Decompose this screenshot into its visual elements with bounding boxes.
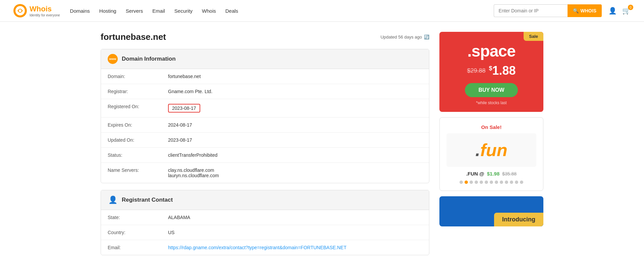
whois-search-button[interactable]: 🔍 WHOIS (568, 4, 602, 17)
while-stocks-text: *while stocks last (446, 100, 537, 105)
nav-whois[interactable]: Whois (202, 8, 216, 14)
user-icon[interactable]: 👤 (608, 7, 617, 15)
carousel-dot[interactable] (480, 181, 483, 184)
field-label: Domain: (108, 74, 168, 79)
sale-tag: Sale (524, 32, 543, 41)
field-value-expires-on: 2024-08-17 (168, 122, 192, 128)
table-row: Updated On: 2023-08-17 (101, 133, 429, 148)
field-label: Name Servers: (108, 167, 168, 178)
buy-now-button[interactable]: BUY NOW (465, 83, 518, 97)
main-content: fortunebase.net Updated 56 days ago 🔄 ww… (87, 22, 557, 272)
field-value-updated-on: 2023-08-17 (168, 137, 192, 143)
nav-domains[interactable]: Domains (70, 8, 90, 14)
registrant-contact-header: 👤 Registrant Contact (101, 190, 429, 210)
space-ad: Sale .space $29.88 $1.88 BUY NOW *while … (439, 32, 543, 112)
carousel-dot[interactable] (475, 181, 478, 184)
field-label: Email: (108, 245, 168, 250)
registered-on-highlight: 2023-08-17 (168, 104, 200, 113)
field-value-nameservers: clay.ns.cloudflare.comlauryn.ns.cloudfla… (168, 167, 219, 178)
fun-dot: . (475, 140, 480, 160)
table-row: Email: https://rdap.gname.com/extra/cont… (101, 240, 429, 255)
carousel-dot[interactable] (460, 181, 463, 184)
cart-icon[interactable]: 🛒 0 (622, 7, 631, 15)
fun-new-price: $1.98 (487, 171, 500, 177)
field-value-registered-on: 2023-08-17 (168, 104, 200, 113)
svg-point-2 (19, 9, 21, 12)
field-value-status: clientTransferProhibited (168, 152, 217, 158)
logo-tagline-text: Identity for everyone (30, 13, 60, 17)
updated-text: Updated 56 days ago (380, 34, 422, 40)
domain-info-title: Domain Information (122, 56, 176, 62)
left-column: fortunebase.net Updated 56 days ago 🔄 ww… (101, 32, 429, 262)
logo-brand-text: Whois (30, 5, 60, 13)
nav-deals[interactable]: Deals (225, 8, 238, 14)
old-price: $29.88 (467, 67, 485, 74)
field-label: Country: (108, 230, 168, 235)
search-input[interactable] (494, 4, 568, 17)
price-row: $29.88 $1.88 (446, 64, 537, 78)
nav-email[interactable]: Email (152, 8, 165, 14)
table-row: Registrar: Gname.com Pte. Ltd. (101, 84, 429, 99)
carousel-dot[interactable] (465, 181, 468, 184)
field-label: Registrar: (108, 89, 168, 94)
nav-hosting[interactable]: Hosting (99, 8, 116, 14)
introducing-banner[interactable]: Introducing (439, 196, 543, 226)
fun-old-price: $35.88 (502, 171, 517, 177)
fun-logo: .fun (453, 140, 530, 160)
right-column: Sale .space $29.88 $1.88 BUY NOW *while … (439, 32, 543, 262)
table-row: Status: clientTransferProhibited (101, 148, 429, 163)
field-value-country: US (168, 230, 174, 235)
refresh-icon[interactable]: 🔄 (424, 34, 429, 40)
page-title: fortunebase.net (101, 32, 166, 42)
carousel-dot[interactable] (520, 181, 523, 184)
carousel-dot[interactable] (515, 181, 518, 184)
search-icon: 🔍 (573, 8, 579, 13)
carousel-dot[interactable] (500, 181, 503, 184)
header-icons: 👤 🛒 0 (608, 7, 631, 15)
fun-tld: .FUN @ (466, 171, 484, 177)
domain-info-card: www Domain Information Domain: fortuneba… (101, 49, 429, 183)
table-row: Expires On: 2024-08-17 (101, 118, 429, 133)
page-title-row: fortunebase.net Updated 56 days ago 🔄 (101, 32, 429, 42)
email-link[interactable]: https://rdap.gname.com/extra/contact?typ… (168, 245, 346, 250)
field-label: State: (108, 215, 168, 220)
field-label: Status: (108, 152, 168, 158)
logo-link[interactable]: Whois Identity for everyone (13, 4, 60, 17)
carousel-dot[interactable] (510, 181, 513, 184)
fun-logo-container: .fun (446, 133, 536, 167)
search-area: 🔍 WHOIS (494, 4, 602, 17)
registrant-contact-card: 👤 Registrant Contact State: ALABAMA Coun… (101, 190, 429, 255)
fun-word: fun (480, 140, 507, 160)
field-label: Updated On: (108, 137, 168, 143)
table-row: State: ALABAMA (101, 210, 429, 225)
cart-badge: 0 (628, 5, 633, 10)
field-value-domain: fortunebase.net (168, 74, 201, 79)
on-sale-label: On Sale! (446, 124, 536, 130)
registrant-table: State: ALABAMA Country: US Email: https:… (101, 210, 429, 255)
carousel-dot[interactable] (470, 181, 473, 184)
registrant-contact-title: Registrant Contact (122, 197, 173, 203)
field-label: Registered On: (108, 104, 168, 113)
fun-ad: On Sale! .fun .FUN @ $1.98 $35.88 (439, 117, 543, 191)
carousel-dot[interactable] (490, 181, 493, 184)
site-header: Whois Identity for everyone Domains Host… (0, 0, 644, 22)
nav-servers[interactable]: Servers (126, 8, 143, 14)
new-price: $1.88 (489, 64, 516, 78)
table-row: Domain: fortunebase.net (101, 69, 429, 84)
carousel-dot[interactable] (505, 181, 508, 184)
space-domain-text: .space (446, 42, 537, 60)
field-value-state: ALABAMA (168, 215, 190, 220)
carousel-dot[interactable] (495, 181, 498, 184)
table-row: Registered On: 2023-08-17 (101, 99, 429, 118)
field-value-registrar: Gname.com Pte. Ltd. (168, 89, 212, 94)
nav-security[interactable]: Security (174, 8, 193, 14)
updated-info: Updated 56 days ago 🔄 (380, 34, 429, 40)
carousel-dots (446, 181, 536, 184)
domain-info-table: Domain: fortunebase.net Registrar: Gname… (101, 69, 429, 183)
field-label: Expires On: (108, 122, 168, 128)
logo-icon (13, 4, 27, 17)
table-row: Name Servers: clay.ns.cloudflare.comlaur… (101, 163, 429, 183)
carousel-dot[interactable] (485, 181, 488, 184)
fun-price-row: .FUN @ $1.98 $35.88 (446, 171, 536, 177)
person-icon: 👤 (108, 195, 118, 205)
